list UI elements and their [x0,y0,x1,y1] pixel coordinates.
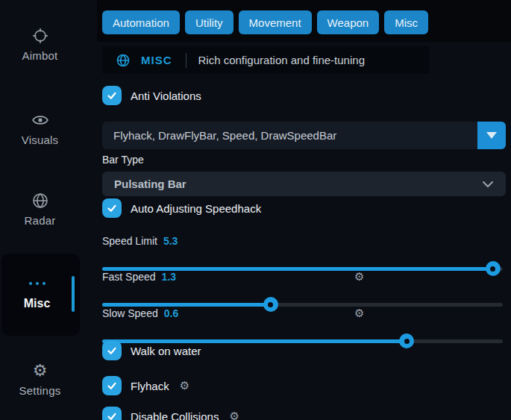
mod-menu-window: Aimbot Visuals Radar Misc [0,0,511,420]
gear-icon[interactable]: ⚙ [354,270,364,283]
divider [186,53,186,68]
checkbox-row-anti-violations[interactable]: Anti Violations [102,86,201,105]
sidebar-item-label: Visuals [22,134,58,146]
multiselect-value: Flyhack, DrawFlyBar, Speed, DrawSpeedBar [113,122,336,149]
gear-icon[interactable]: ⚙ [229,410,239,420]
active-indicator-bar [72,276,75,312]
sidebar-item-label: Settings [19,384,61,397]
slider-label: Fast Speed [102,271,156,283]
checkbox-row-walk-on-water[interactable]: Walk on water [102,341,201,360]
tab-movement[interactable]: Movement [239,10,312,34]
checkbox-label: Disable Collisions [131,410,219,420]
eye-icon [31,111,49,129]
chevron-down-icon [482,181,494,188]
bar-type-select[interactable]: Pulsating Bar [102,172,506,196]
tab-automation[interactable]: Automation [102,10,180,34]
sidebar-item-aimbot[interactable]: Aimbot [0,27,80,62]
sidebar-item-label: Aimbot [22,49,58,62]
ellipsis-icon [1,282,72,285]
sidebar: Aimbot Visuals Radar Misc [0,0,97,420]
tab-weapon[interactable]: Weapon [317,10,380,34]
globe-icon [31,192,49,210]
slider-group-slow-speed: Slow Speed 0.6 ⚙ [102,307,506,343]
sidebar-item-settings[interactable]: ⚙ Settings [0,362,80,397]
category-tabs: Automation Utility Movement Weapon Misc [102,10,428,34]
section-title: MISC [141,54,172,66]
checkbox-row-flyhack[interactable]: Flyhack ⚙ [102,376,189,395]
checkbox-label: Flyhack [131,380,169,392]
checkbox-checked-icon[interactable] [102,407,122,420]
sidebar-item-label: Misc [1,297,72,310]
triangle-down-icon [486,132,497,139]
sidebar-item-radar[interactable]: Radar [0,192,80,227]
sidebar-item-visuals[interactable]: Visuals [0,111,80,146]
content-panel: Automation Utility Movement Weapon Misc … [102,0,511,420]
checkbox-checked-icon[interactable] [102,198,122,218]
section-subtitle: Rich configuration and fine-tuning [198,54,365,66]
multiselect-open-button[interactable] [477,122,506,149]
slider-handle[interactable] [399,333,414,348]
checkbox-checked-icon[interactable] [102,86,122,105]
gear-icon[interactable]: ⚙ [180,379,189,392]
checkbox-label: Anti Violations [131,90,201,102]
slider-value: 0.6 [164,307,178,319]
checkbox-row-disable-collisions[interactable]: Disable Collisions ⚙ [102,407,239,420]
gear-icon[interactable]: ⚙ [354,307,364,320]
bar-type-label: Bar Type [102,154,144,166]
globe-icon [116,53,131,68]
sidebar-item-misc-active[interactable]: Misc [1,254,80,336]
checkbox-row-auto-adjusting-speedhack[interactable]: Auto Adjusting Speedhack [102,198,261,218]
slider-label: Speed Limit [102,235,157,247]
slider-group-fast-speed: Fast Speed 1.3 ⚙ [102,270,506,307]
checkbox-label: Auto Adjusting Speedhack [131,202,261,215]
sidebar-item-label: Radar [25,214,56,227]
section-header: MISC Rich configuration and fine-tuning [102,46,430,74]
checkbox-label: Walk on water [131,345,201,357]
feature-multiselect[interactable]: Flyhack, DrawFlyBar, Speed, DrawSpeedBar [102,122,506,149]
slider-value: 1.3 [162,271,176,283]
checkbox-checked-icon[interactable] [102,376,122,395]
crosshair-icon [31,27,49,45]
slider-group-speed-limit: Speed Limit 5.3 [102,234,506,271]
tab-utility[interactable]: Utility [185,10,233,34]
tab-misc[interactable]: Misc [384,10,428,34]
slider-value: 5.3 [163,235,178,247]
gear-icon: ⚙ [33,362,48,380]
slider-label: Slow Speed [102,307,158,319]
select-value: Pulsating Bar [114,178,482,190]
checkbox-checked-icon[interactable] [102,341,122,360]
